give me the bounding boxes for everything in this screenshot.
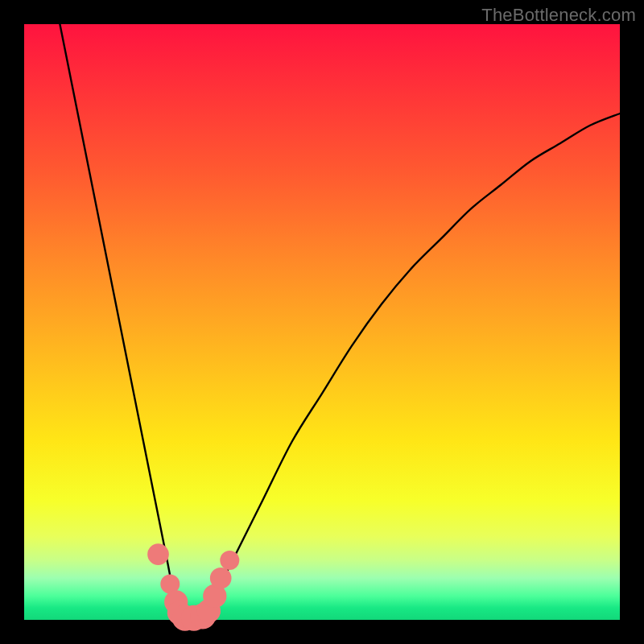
curve-marker bbox=[220, 551, 239, 570]
chart-frame: TheBottleneck.com bbox=[0, 0, 644, 644]
chart-plot-area bbox=[24, 24, 620, 620]
chart-svg bbox=[24, 24, 620, 620]
curve-marker bbox=[210, 568, 232, 589]
curve-markers bbox=[147, 543, 239, 630]
curve-marker bbox=[147, 543, 169, 565]
watermark-label: TheBottleneck.com bbox=[481, 5, 636, 26]
bottleneck-curve bbox=[60, 24, 620, 621]
